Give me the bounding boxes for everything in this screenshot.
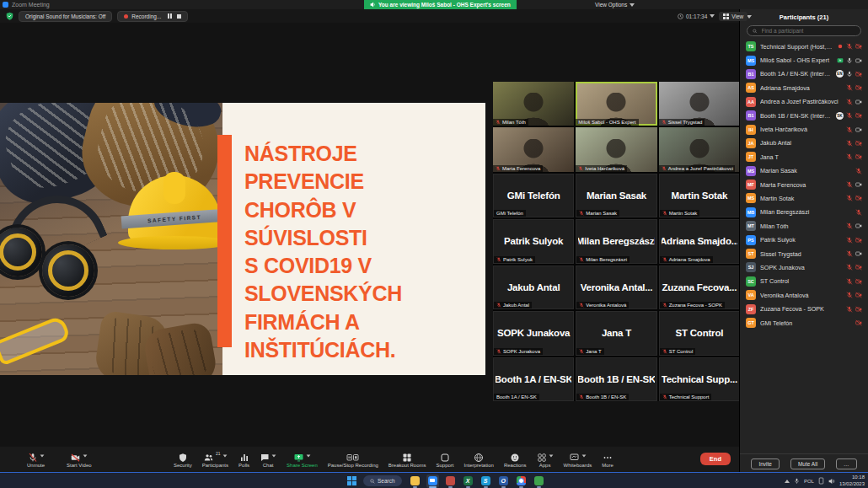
participant-row[interactable]: GT GMi Telefón — [740, 316, 868, 330]
participant-row[interactable]: MS Martin Sotak — [740, 191, 868, 205]
toolbar-breakout-rooms-button[interactable]: Breakout Rooms — [383, 451, 431, 468]
meeting-shield-icon[interactable] — [6, 12, 13, 20]
media-app-icon[interactable] — [444, 475, 457, 488]
pause-recording-icon[interactable] — [168, 13, 172, 19]
participant-row[interactable]: MT Milan Tóth — [740, 219, 868, 233]
device-icon[interactable] — [818, 477, 824, 485]
toolbar-start-video-button[interactable]: Start Video — [62, 451, 97, 468]
participant-status-icons — [846, 181, 862, 188]
participant-avatar: B1 — [746, 110, 756, 121]
speaker-icon[interactable] — [828, 478, 835, 485]
excel-icon[interactable]: X — [462, 475, 474, 488]
participant-row[interactable]: PS Patrik Sulyok — [740, 233, 868, 246]
participant-row[interactable]: SJ SOPK Junakova — [740, 260, 868, 274]
view-layout-button[interactable]: View — [719, 12, 747, 21]
video-tile[interactable]: GMi Telefón GMi Telefón — [493, 174, 574, 217]
chevron-icon[interactable] — [549, 454, 553, 457]
toolbar-participants-button[interactable]: 21 Participants — [197, 451, 233, 468]
video-tile[interactable]: Zuzana Fecova... Zuzana Fecova - SOPK — [659, 265, 740, 309]
mute-all-button[interactable]: Mute All — [790, 459, 825, 469]
toolbar-unmute-button[interactable]: Unmute — [22, 451, 50, 468]
tray-chevron-up-icon[interactable] — [785, 480, 790, 483]
participant-row[interactable]: ZF Zuzana Fecova - SOPK — [740, 302, 868, 315]
video-tile[interactable]: Adriana Smajdo... Adriana Smajdova — [659, 219, 740, 263]
end-meeting-button[interactable]: End — [700, 453, 731, 465]
taskbar-search[interactable]: Search — [363, 475, 402, 486]
video-tile[interactable]: Jakub Antal Jakub Antal — [493, 265, 574, 309]
start-button-icon[interactable] — [347, 476, 356, 485]
taskbar-clock[interactable]: 10:18 13/02/2023 — [839, 475, 865, 486]
zoom-icon[interactable] — [426, 475, 439, 488]
participant-row[interactable]: MS Miloš Sabol - OHS Expert — [740, 53, 868, 67]
video-tile[interactable]: Jana T Jana T — [576, 311, 656, 355]
video-tile[interactable]: SOPK Junakova SOPK Junakova — [493, 311, 574, 355]
search-input[interactable] — [760, 27, 855, 35]
participant-status-icons — [846, 250, 862, 257]
participant-row[interactable]: MF Marta Ferencova — [740, 178, 868, 191]
participant-row[interactable]: B1 Booth 1B / EN-SK (Interpreter) SK — [740, 109, 868, 122]
video-tile[interactable]: Andrea a Jozef Pastirčákovci — [659, 127, 740, 171]
participant-avatar: MS — [746, 166, 756, 176]
participant-row[interactable]: SC ST Control — [740, 275, 868, 288]
video-tile[interactable]: Sissel Trygstad — [659, 82, 740, 126]
chevron-icon[interactable] — [307, 454, 311, 457]
video-tile[interactable]: Veronika Antal... Veronika Antalová — [576, 265, 656, 309]
toolbar-polls-button[interactable]: Polls — [233, 451, 255, 468]
participant-row[interactable]: JT Jana T — [740, 150, 868, 164]
toolbar-chat-button[interactable]: Chat — [255, 451, 281, 468]
participant-avatar: TS — [746, 41, 756, 51]
participant-row[interactable]: B1 Booth 1A / EN-SK (Interpreter) EN — [740, 67, 868, 81]
video-tile[interactable]: Patrik Sulyok Patrik Sulyok — [493, 219, 574, 263]
participant-row[interactable]: ST Sissel Trygstad — [740, 247, 868, 260]
video-tile[interactable]: Martin Sotak Martin Sotak — [659, 174, 740, 217]
invite-button[interactable]: Invite — [751, 459, 780, 469]
original-sound-toggle[interactable]: Original Sound for Musicians: Off — [19, 11, 112, 22]
notes-app-icon[interactable] — [533, 475, 545, 488]
video-tile[interactable]: Marian Sasak Marian Sasak — [576, 174, 656, 217]
language-indicator[interactable]: POL — [804, 479, 814, 484]
video-tile[interactable]: Miloš Sabol - OHS Expert — [576, 82, 656, 126]
participant-row[interactable]: AA Andrea a Jozef Pastirčákovci — [740, 95, 868, 109]
toolbar-apps-button[interactable]: Apps — [532, 451, 559, 468]
video-tile[interactable]: Booth 1A / EN-SK Booth 1A / EN-SK — [493, 357, 574, 401]
file-explorer-icon[interactable] — [409, 475, 421, 488]
stop-recording-icon[interactable] — [177, 14, 181, 19]
video-tile[interactable]: Marta Ferencova — [493, 127, 574, 171]
toolbar-security-button[interactable]: Security — [169, 451, 197, 468]
participant-row[interactable]: TS Technical Support (Host, me) — [740, 40, 868, 53]
video-tile[interactable]: ST Control ST Control — [659, 311, 740, 355]
outlook-icon[interactable]: O — [497, 475, 510, 488]
view-options-button[interactable]: View Options — [590, 0, 640, 9]
meeting-timer[interactable]: 01:17:34 — [678, 13, 715, 19]
toolbar-support-button[interactable]: Support — [431, 451, 459, 468]
participant-row[interactable]: MB Milan Beregszászi — [740, 206, 868, 219]
toolbar-share-screen-button[interactable]: Share Screen — [281, 451, 323, 468]
participant-avatar: JA — [746, 138, 756, 148]
chevron-icon[interactable] — [582, 454, 587, 457]
toolbar-pause-stop-recording-button[interactable]: Pause/Stop Recording — [323, 451, 383, 468]
chevron-icon[interactable] — [40, 454, 44, 457]
participant-row[interactable]: IH Iveta Harčariková — [740, 122, 868, 136]
participant-row[interactable]: AS Adriana Smajdova — [740, 81, 868, 94]
clock-icon — [678, 13, 683, 19]
skype-icon[interactable]: S — [480, 475, 492, 488]
chevron-icon[interactable] — [272, 454, 276, 457]
video-tile[interactable]: Booth 1B / EN-SK Booth 1B / EN-SK — [576, 357, 656, 401]
participant-search-box[interactable] — [747, 25, 861, 36]
video-tile[interactable]: Technical Supp... Technical Support — [659, 357, 740, 401]
chevron-icon[interactable] — [83, 454, 88, 457]
video-tile[interactable]: Iveta Harčariková — [576, 127, 656, 171]
participant-row[interactable]: JA Jakub Antal — [740, 137, 868, 150]
toolbar-reactions-button[interactable]: Reactions — [499, 451, 532, 468]
chrome-icon[interactable] — [515, 475, 528, 488]
toolbar-more-button[interactable]: More — [597, 451, 619, 468]
video-tile[interactable]: Milan Tóth — [493, 82, 574, 126]
toolbar-interpretation-button[interactable]: Interpretation — [459, 451, 499, 468]
more-options-button[interactable]: … — [836, 459, 857, 469]
video-tile[interactable]: Milan Beregszászi Milan Beregszászi — [576, 219, 656, 263]
participant-row[interactable]: MS Marian Sasak — [740, 164, 868, 178]
participant-row[interactable]: VA Veronika Antalová — [740, 288, 868, 302]
chevron-icon[interactable] — [222, 454, 227, 457]
tray-mic-icon[interactable] — [794, 478, 800, 485]
toolbar-whiteboards-button[interactable]: Whiteboards — [559, 451, 597, 468]
